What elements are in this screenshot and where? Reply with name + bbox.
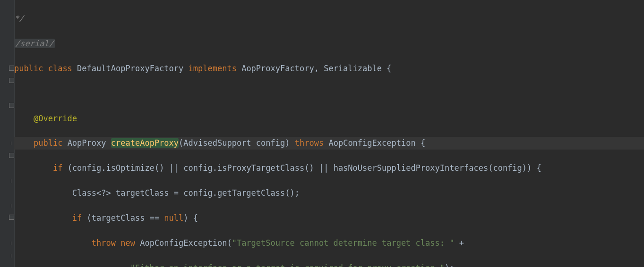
type: Class<?> [72, 188, 111, 198]
string-literal: "Either an interface or a target is requ… [130, 263, 445, 267]
code-line: throw new AopConfigException("TargetSour… [14, 237, 644, 249]
fold-end-icon [11, 142, 11, 145]
code-line: if (targetClass == null) { [14, 212, 644, 224]
method-call: hasNoUserSuppliedProxyInterfaces [334, 163, 489, 173]
gutter [0, 0, 15, 267]
method-name: createAopProxy [111, 138, 179, 148]
param-name: config [256, 138, 285, 148]
code-line: if (config.isOptimize() || config.isProx… [14, 162, 644, 174]
fold-end-icon [11, 179, 11, 183]
keyword-class: class [48, 64, 72, 73]
fold-icon[interactable] [9, 153, 14, 158]
class-name: DefaultAopProxyFactory [77, 64, 183, 73]
keyword-if: if [53, 163, 62, 173]
annotation-line: @Override [14, 112, 644, 125]
fold-end-icon [11, 254, 11, 258]
code-area[interactable]: */ /serial/ public class DefaultAopProxy… [14, 0, 644, 267]
fold-icon[interactable] [9, 66, 14, 71]
string-literal: "TargetSource cannot determine target cl… [232, 238, 455, 248]
interface-name: AopProxyFactory [241, 64, 314, 73]
interface-name: Serializable [324, 64, 382, 73]
fold-end-icon [11, 242, 11, 245]
return-type: AopProxy [68, 138, 106, 148]
code-line: /serial/ [14, 37, 644, 50]
identifier: config [183, 163, 212, 173]
keyword-public: public [34, 138, 62, 148]
fold-end-icon [11, 204, 11, 208]
identifier: config [493, 163, 522, 173]
class-declaration: public class DefaultAopProxyFactory impl… [14, 62, 644, 75]
comment-end: */ [14, 14, 24, 23]
fold-icon[interactable] [9, 78, 14, 83]
fold-icon[interactable] [9, 215, 14, 220]
code-line: */ [14, 12, 644, 25]
throws-type: AopConfigException [328, 138, 415, 148]
code-line: Class<?> targetClass = config.getTargetC… [14, 187, 644, 199]
keyword-throws: throws [295, 138, 324, 148]
method-call: getTargetClass [217, 188, 285, 198]
variable: targetClass [116, 188, 169, 198]
breakpoint-gutter[interactable] [0, 62, 3, 74]
blank-line [14, 87, 644, 100]
identifier: config [183, 188, 212, 198]
keyword-implements: implements [189, 64, 237, 73]
identifier: config [72, 163, 101, 173]
variable: targetClass [92, 213, 145, 223]
code-line: "Either an interface or a target is requ… [14, 262, 644, 267]
fold-hint-serial[interactable]: /serial/ [14, 39, 55, 48]
override-annotation: @Override [34, 114, 77, 123]
keyword-throw: throw [92, 238, 116, 248]
method-signature: public AopProxy createAopProxy(AdvisedSu… [14, 137, 644, 149]
keyword-if: if [72, 213, 82, 223]
param-type: AdvisedSupport [183, 138, 251, 148]
keyword-new: new [120, 238, 135, 248]
type: AopConfigException [140, 238, 227, 248]
code-editor[interactable]: */ /serial/ public class DefaultAopProxy… [0, 0, 644, 267]
method-call: isOptimize [106, 163, 155, 173]
keyword-public: public [14, 64, 43, 73]
method-call: isProxyTargetClass [217, 163, 304, 173]
fold-icon[interactable] [9, 103, 14, 108]
keyword-null: null [164, 213, 183, 223]
